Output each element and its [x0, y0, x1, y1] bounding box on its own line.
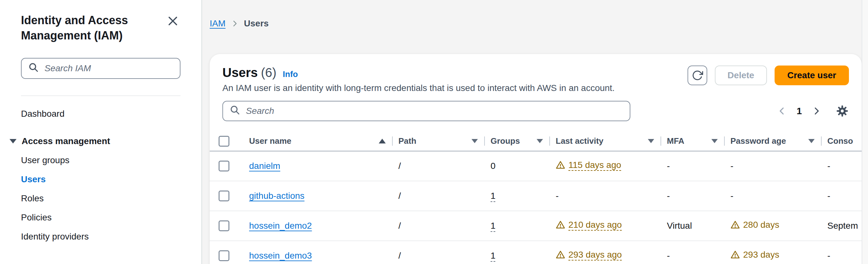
sidebar-item-policies[interactable]: Policies	[21, 208, 181, 227]
sidebar-item-label: User groups	[21, 155, 69, 166]
pagination: 1	[776, 104, 849, 118]
row-checkbox[interactable]	[219, 160, 229, 171]
console-cell: Septem	[821, 211, 862, 241]
console-cell: -	[821, 181, 862, 211]
table-row: hossein_demo3 / 1 293 days ago	[210, 241, 862, 264]
user-name-link[interactable]: hossein_demo3	[249, 251, 312, 261]
filter-caret-icon[interactable]	[648, 139, 654, 143]
sidebar-item-dashboard[interactable]: Dashboard	[21, 104, 181, 123]
path-cell: /	[392, 211, 484, 241]
chevron-down-icon	[9, 139, 17, 143]
last-activity-cell: -	[549, 181, 660, 211]
mfa-cell: -	[660, 241, 724, 264]
users-table: User name Path Groups	[210, 131, 862, 264]
filter-caret-icon[interactable]	[471, 139, 478, 143]
users-panel: Users (6) Info An IAM user is an identit…	[210, 54, 862, 264]
sidebar-item-label: Roles	[21, 194, 44, 204]
groups-cell: 1	[484, 181, 549, 211]
delete-button[interactable]: Delete	[715, 65, 767, 85]
path-cell: /	[392, 241, 484, 264]
warning-icon	[556, 160, 565, 170]
column-header-console[interactable]: Conso	[821, 131, 862, 151]
mfa-cell: Virtual	[660, 211, 724, 241]
column-label: MFA	[667, 136, 684, 146]
sidebar-item-label: Users	[21, 174, 46, 184]
column-header-user-name[interactable]: User name	[243, 131, 392, 151]
panel-header: Users (6) Info An IAM user is an identit…	[222, 65, 615, 93]
select-all-checkbox[interactable]	[219, 136, 229, 147]
toolbar: Delete Create user	[687, 65, 849, 85]
path-cell: /	[392, 181, 484, 211]
sidebar-title: Identity and Access Management (IAM)	[21, 13, 158, 43]
sort-ascending-icon[interactable]	[379, 139, 386, 143]
groups-cell: 0	[484, 151, 549, 181]
next-page-button[interactable]	[810, 105, 823, 117]
current-page[interactable]: 1	[797, 106, 802, 116]
column-header-password-age[interactable]: Password age	[724, 131, 821, 151]
user-name-link[interactable]: github-actions	[249, 191, 304, 201]
mfa-cell: -	[660, 181, 724, 211]
panel-description: An IAM user is an identity with long-ter…	[222, 83, 615, 93]
column-header-groups[interactable]: Groups	[484, 131, 549, 151]
iam-sidebar: Identity and Access Management (IAM) Das…	[0, 0, 202, 264]
sidebar-item-user-groups[interactable]: User groups	[21, 151, 181, 170]
breadcrumb-iam-link[interactable]: IAM	[210, 19, 225, 29]
table-row: github-actions / 1 - - - -	[210, 181, 862, 211]
last-activity-cell: 210 days ago	[549, 211, 660, 241]
path-cell: /	[392, 151, 484, 181]
breadcrumb-current: Users	[244, 19, 269, 29]
table-search-input[interactable]	[222, 101, 630, 121]
column-header-path[interactable]: Path	[392, 131, 484, 151]
sidebar-item-identity-providers[interactable]: Identity providers	[21, 227, 181, 246]
search-icon	[28, 62, 39, 75]
filter-caret-icon[interactable]	[537, 139, 543, 143]
filter-caret-icon[interactable]	[808, 139, 815, 143]
user-name-link[interactable]: danielm	[249, 161, 280, 171]
sidebar-search-input[interactable]	[21, 58, 181, 79]
info-link[interactable]: Info	[283, 69, 298, 79]
users-count: (6)	[261, 65, 276, 80]
column-label: User name	[249, 136, 291, 146]
row-checkbox[interactable]	[219, 250, 229, 261]
mfa-cell: -	[660, 151, 724, 181]
gear-icon	[836, 104, 849, 118]
select-all-header[interactable]	[210, 131, 243, 151]
sidebar-section-access-management[interactable]: Access management	[21, 132, 181, 151]
previous-page-button[interactable]	[776, 105, 788, 117]
warning-icon	[556, 250, 565, 260]
last-activity-cell: 293 days ago	[549, 241, 660, 264]
breadcrumb-chevron-icon	[231, 20, 239, 28]
warning-icon	[731, 250, 740, 260]
sidebar-item-label: Identity providers	[21, 232, 89, 242]
chevron-right-icon	[811, 106, 822, 116]
breadcrumb: IAM Users	[210, 17, 862, 31]
password-age-cell: -	[724, 151, 821, 181]
scrollbar[interactable]	[862, 0, 868, 264]
refresh-icon	[692, 70, 703, 81]
page-title: Users	[222, 65, 258, 80]
user-name-link[interactable]: hossein_demo2	[249, 221, 312, 231]
sidebar-item-label: Policies	[21, 212, 52, 223]
sidebar-divider	[21, 95, 181, 96]
table-row: hossein_demo2 / 1 210 days ago	[210, 211, 862, 241]
console-cell: -	[821, 241, 862, 264]
sidebar-item-roles[interactable]: Roles	[21, 189, 181, 208]
column-label: Path	[398, 136, 416, 146]
warning-icon	[731, 220, 740, 230]
create-user-button[interactable]: Create user	[775, 65, 849, 85]
groups-cell: 1	[484, 241, 549, 264]
column-header-last-activity[interactable]: Last activity	[549, 131, 660, 151]
sidebar-nav: Dashboard Access management User groups …	[21, 104, 181, 246]
sidebar-item-users[interactable]: Users	[21, 170, 181, 189]
row-checkbox[interactable]	[219, 190, 229, 201]
column-header-mfa[interactable]: MFA	[660, 131, 724, 151]
row-checkbox[interactable]	[219, 221, 229, 231]
close-icon[interactable]	[165, 13, 181, 30]
console-cell: -	[821, 151, 862, 181]
preferences-button[interactable]	[836, 104, 849, 118]
filter-caret-icon[interactable]	[711, 139, 718, 143]
column-label: Groups	[491, 136, 520, 146]
table-header-row: User name Path Groups	[210, 131, 862, 151]
refresh-button[interactable]	[687, 65, 707, 85]
column-label: Last activity	[556, 136, 603, 146]
